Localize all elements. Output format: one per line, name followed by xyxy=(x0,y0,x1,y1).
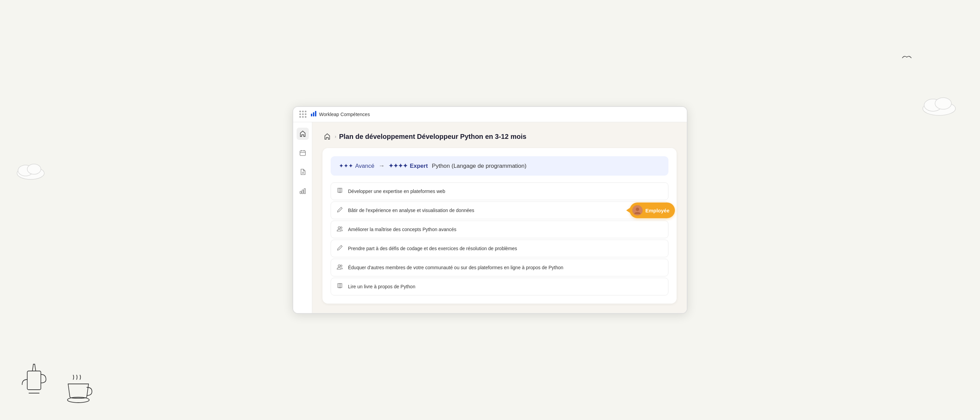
users-icon xyxy=(336,226,343,233)
activity-item: Éduquer d'autres membres de votre commun… xyxy=(331,259,668,276)
svg-point-2 xyxy=(27,164,41,174)
book-icon xyxy=(336,283,343,290)
activity-item: Bâtir de l'expérience en analyse et visu… xyxy=(331,201,668,219)
svg-rect-11 xyxy=(311,114,312,116)
main-layout: › Plan de développement Développeur Pyth… xyxy=(293,122,687,313)
activity-item: Prendre part à des défis de codage et de… xyxy=(331,239,668,257)
breadcrumb-home[interactable] xyxy=(323,132,332,141)
main-card: ✦✦✦ Avancé → ✦✦✦✦ Expert Python (Langage… xyxy=(323,148,676,304)
from-level: ✦✦✦ Avancé xyxy=(339,162,374,170)
sidebar-item-chart[interactable] xyxy=(297,185,309,197)
svg-rect-20 xyxy=(300,191,301,194)
content-area: › Plan de développement Développeur Pyth… xyxy=(312,122,687,313)
pencil-icon xyxy=(336,207,343,214)
page-title: Plan de développement Développeur Python… xyxy=(339,133,527,141)
sidebar-item-home[interactable] xyxy=(297,128,309,140)
to-level-stars: ✦✦✦✦ xyxy=(388,162,407,170)
top-bar: Workleap Compétences xyxy=(293,107,687,122)
svg-point-24 xyxy=(636,208,639,211)
book-icon xyxy=(336,187,343,195)
svg-point-5 xyxy=(935,98,951,109)
svg-rect-12 xyxy=(313,113,314,116)
employee-avatar xyxy=(632,205,643,216)
activity-item: Lire un livre à propos de Python xyxy=(331,278,668,295)
decorative-cloud-left xyxy=(14,160,48,181)
activity-text: Prendre part à des défis de codage et de… xyxy=(348,246,517,251)
svg-point-26 xyxy=(340,227,342,229)
employee-badge: Employée xyxy=(630,203,675,218)
browser-window: Workleap Compétences xyxy=(293,106,687,314)
decorative-coffee-cup xyxy=(63,374,94,406)
sidebar-item-document[interactable] xyxy=(297,166,309,178)
activity-text: Améliorer la maîtrise des concepts Pytho… xyxy=(348,227,456,232)
activity-item: Développer une expertise en plateformes … xyxy=(331,182,668,200)
sidebar xyxy=(293,122,312,313)
svg-marker-7 xyxy=(32,364,36,371)
activity-text: Développer une expertise en plateformes … xyxy=(348,189,445,194)
users-icon xyxy=(336,264,343,271)
pencil-icon xyxy=(336,245,343,252)
breadcrumb-chevron: › xyxy=(335,134,336,139)
skill-name: Python (Langage de programmation) xyxy=(432,163,527,170)
app-menu-dots[interactable] xyxy=(299,111,307,118)
sidebar-item-calendar[interactable] xyxy=(297,147,309,159)
svg-rect-13 xyxy=(315,111,317,116)
to-level: ✦✦✦✦ Expert xyxy=(388,162,428,170)
from-level-stars: ✦✦✦ xyxy=(339,162,353,170)
svg-rect-6 xyxy=(27,371,41,390)
activity-item: Améliorer la maîtrise des concepts Pytho… xyxy=(331,220,668,238)
svg-rect-22 xyxy=(304,189,305,194)
app-title: Workleap Compétences xyxy=(319,112,370,117)
svg-rect-14 xyxy=(300,151,305,155)
activity-text: Lire un livre à propos de Python xyxy=(348,284,415,289)
svg-rect-21 xyxy=(302,190,304,194)
app-logo: Workleap Compétences xyxy=(310,110,370,119)
svg-point-27 xyxy=(338,265,340,267)
breadcrumb: › Plan de développement Développeur Pyth… xyxy=(323,132,676,141)
level-arrow: → xyxy=(378,162,385,170)
svg-point-25 xyxy=(338,227,340,229)
level-banner: ✦✦✦ Avancé → ✦✦✦✦ Expert Python (Langage… xyxy=(331,156,668,176)
bar-chart-icon xyxy=(310,110,317,119)
activity-list: Développer une expertise en plateformes … xyxy=(331,182,668,295)
svg-point-28 xyxy=(340,265,342,267)
decorative-bird xyxy=(902,54,912,62)
decorative-coffee-maker xyxy=(21,361,48,399)
decorative-cloud-right xyxy=(919,92,959,117)
activity-text: Éduquer d'autres membres de votre commun… xyxy=(348,265,563,270)
activity-text: Bâtir de l'expérience en analyse et visu… xyxy=(348,208,474,213)
